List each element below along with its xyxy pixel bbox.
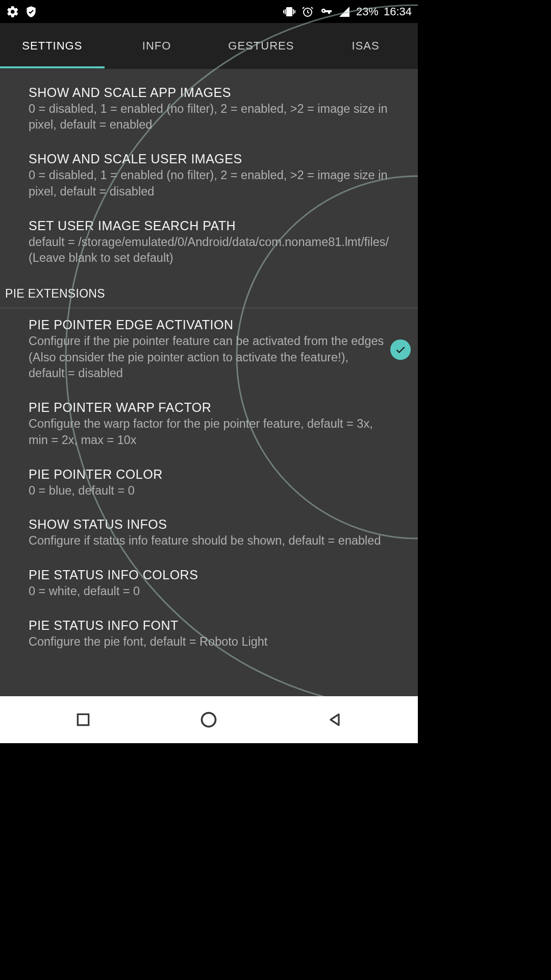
list-item[interactable]: PIE POINTER WARP FACTOR Configure the wa… (0, 391, 418, 457)
setting-desc: 0 = blue, default = 0 (29, 483, 389, 499)
shield-check-icon (24, 5, 38, 18)
tab-bar: SETTINGS INFO GESTURES ISAS (0, 23, 418, 69)
list-item[interactable]: PIE POINTER COLOR 0 = blue, default = 0 (0, 458, 418, 508)
tab-gestures[interactable]: GESTURES (209, 24, 314, 68)
vibrate-icon (283, 5, 296, 18)
list-item[interactable]: SET USER IMAGE SEARCH PATH default = /st… (0, 209, 418, 276)
setting-title: PIE POINTER WARP FACTOR (29, 400, 389, 415)
triangle-back-icon (327, 712, 343, 728)
setting-desc: 0 = white, default = 0 (29, 583, 389, 600)
setting-desc: Configure if the pie pointer feature can… (29, 333, 384, 382)
setting-desc: 0 = disabled, 1 = enabled (no filter), 2… (29, 167, 389, 200)
list-item[interactable]: Switch between different icon sets for t… (0, 69, 418, 76)
setting-desc: 0 = disabled, 1 = enabled (no filter), 2… (29, 101, 389, 133)
tab-settings[interactable]: SETTINGS (0, 24, 105, 68)
section-header-pie-extensions: PIE EXTENSIONS (0, 276, 418, 308)
list-item[interactable]: SHOW AND SCALE APP IMAGES 0 = disabled, … (0, 76, 418, 142)
setting-title: PIE POINTER EDGE ACTIVATION (29, 317, 384, 332)
setting-title: PIE STATUS INFO FONT (29, 618, 389, 633)
setting-desc: Configure the warp factor for the pie po… (29, 416, 389, 448)
circle-icon (199, 710, 218, 729)
vpn-key-icon (319, 5, 333, 18)
navigation-bar (0, 696, 418, 743)
alarm-icon (301, 5, 314, 18)
setting-desc: Configure the pie font, default = Roboto… (29, 634, 389, 650)
setting-title: PIE POINTER COLOR (29, 467, 389, 482)
setting-desc: default = /storage/emulated/0/Android/da… (29, 234, 389, 266)
list-item[interactable]: PIE STATUS INFO COLORS 0 = white, defaul… (0, 558, 418, 609)
setting-title: SHOW AND SCALE USER IMAGES (29, 152, 389, 166)
setting-desc: Configure if status info feature should … (29, 533, 389, 549)
checkbox-checked[interactable] (390, 339, 411, 360)
svg-rect-1 (78, 714, 88, 725)
status-bar: 23% 16:34 (0, 0, 418, 23)
check-icon (394, 343, 407, 356)
home-button[interactable] (178, 704, 239, 735)
settings-list[interactable]: Switch between different icon sets for t… (0, 69, 418, 696)
signal-icon (338, 5, 351, 18)
svg-point-2 (202, 713, 216, 727)
list-item[interactable]: PIE POINTER EDGE ACTIVATION Configure if… (0, 308, 418, 391)
battery-percentage: 23% (356, 5, 379, 18)
setting-title: SHOW AND SCALE APP IMAGES (29, 85, 389, 100)
list-item[interactable]: SHOW STATUS INFOS Configure if status in… (0, 508, 418, 558)
list-item[interactable]: SHOW AND SCALE USER IMAGES 0 = disabled,… (0, 142, 418, 209)
back-button[interactable] (304, 704, 365, 735)
recent-apps-button[interactable] (53, 704, 114, 735)
tab-info[interactable]: INFO (105, 24, 209, 68)
setting-title: SET USER IMAGE SEARCH PATH (29, 218, 389, 233)
square-icon (75, 712, 91, 728)
tab-isas[interactable]: ISAS (313, 24, 418, 68)
gear-icon (6, 5, 19, 18)
setting-title: PIE STATUS INFO COLORS (29, 568, 389, 582)
setting-title: SHOW STATUS INFOS (29, 517, 389, 532)
clock-time: 16:34 (384, 5, 412, 18)
list-item[interactable]: PIE STATUS INFO FONT Configure the pie f… (0, 609, 418, 659)
